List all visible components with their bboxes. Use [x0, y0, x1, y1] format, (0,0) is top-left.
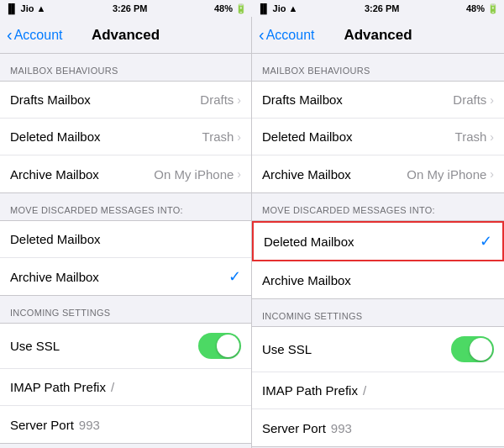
signal-icon-right: ▐▌: [257, 3, 270, 13]
incoming-settings-group-right: Use SSL IMAP Path Prefix / Server Port 9…: [252, 326, 504, 447]
drafts-value-right: Drafts: [453, 92, 486, 107]
time-right: 3:26 PM: [365, 3, 400, 13]
status-bar-right: ▐▌ Jio ▲ 3:26 PM 48% 🔋: [252, 0, 504, 17]
back-button-left[interactable]: ‹ Account: [7, 27, 62, 43]
nav-right: ‹ Account Advanced: [252, 17, 504, 53]
carrier-right: Jio: [273, 3, 286, 13]
section-header-mailbox-left: MAILBOX BEHAVIOURS: [0, 54, 251, 81]
deleted-checkmark-right: ✓: [480, 232, 492, 250]
archive-mailbox-row-right[interactable]: Archive Mailbox On My iPhone ›: [252, 155, 504, 192]
drafts-mailbox-row-right[interactable]: Drafts Mailbox Drafts ›: [252, 82, 504, 119]
server-port-row-left[interactable]: Server Port 993: [0, 406, 251, 443]
archive-discard-label-left: Archive Mailbox: [10, 270, 99, 284]
archive-checkmark-left: ✓: [228, 267, 241, 286]
battery-left: 48%: [214, 3, 233, 13]
panel-left: MAILBOX BEHAVIOURS Drafts Mailbox Drafts…: [0, 54, 252, 448]
deleted-chevron-left: ›: [237, 130, 241, 144]
drafts-label-right: Drafts Mailbox: [262, 92, 343, 107]
back-label-left: Account: [14, 28, 63, 43]
incoming-settings-group-left: Use SSL IMAP Path Prefix / Server Port 9…: [0, 323, 251, 444]
server-port-value-left: 993: [79, 418, 100, 432]
toggle-knob-left: [217, 335, 239, 357]
battery-icon-right: 🔋: [487, 3, 499, 14]
imap-label-container-left: IMAP Path Prefix /: [10, 380, 114, 394]
status-bar: ▐▌ Jio ▲ 3:26 PM 48% 🔋 ▐▌ Jio ▲ 3:26 PM …: [0, 0, 504, 17]
use-ssl-row-left[interactable]: Use SSL: [0, 324, 251, 369]
back-arrow-right: ‹: [259, 26, 265, 43]
use-ssl-label-left: Use SSL: [10, 339, 60, 353]
deleted-label-left: Deleted Mailbox: [10, 129, 101, 144]
archive-discard-label-right: Archive Mailbox: [262, 273, 351, 287]
section-header-incoming-left: INCOMING SETTINGS: [0, 296, 251, 323]
section-header-incoming-right: INCOMING SETTINGS: [252, 299, 504, 326]
archive-mailbox-row-left[interactable]: Archive Mailbox On My iPhone ›: [0, 155, 251, 192]
archive-value-container-right: On My iPhone ›: [407, 167, 494, 182]
server-port-label-left: Server Port: [10, 418, 74, 432]
use-ssl-row-right[interactable]: Use SSL: [252, 327, 504, 372]
archive-mailbox-discard-left[interactable]: Archive Mailbox ✓: [0, 258, 251, 295]
imap-value-right: /: [363, 383, 366, 398]
deleted-mailbox-discard-right[interactable]: Deleted Mailbox ✓: [252, 221, 504, 261]
archive-value-container-left: On My iPhone ›: [154, 167, 241, 182]
imap-value-left: /: [111, 380, 114, 394]
signal-icon: ▐▌: [5, 3, 18, 13]
main-content: MAILBOX BEHAVIOURS Drafts Mailbox Drafts…: [0, 54, 504, 448]
move-discarded-group-right: Deleted Mailbox ✓ Archive Mailbox: [252, 220, 504, 299]
imap-path-row-right[interactable]: IMAP Path Prefix /: [252, 372, 504, 409]
deleted-discard-label-left: Deleted Mailbox: [10, 232, 101, 246]
drafts-label-left: Drafts Mailbox: [10, 92, 91, 107]
mailbox-behaviours-group-left: Drafts Mailbox Drafts › Deleted Mailbox …: [0, 81, 251, 193]
imap-label-container-right: IMAP Path Prefix /: [262, 383, 366, 398]
server-port-row-right[interactable]: Server Port 993: [252, 409, 504, 446]
deleted-chevron-right: ›: [490, 130, 494, 144]
imap-path-row-left[interactable]: IMAP Path Prefix /: [0, 369, 251, 406]
server-port-container-left: Server Port 993: [10, 418, 100, 432]
status-right-icons-left: 48% 🔋: [214, 3, 247, 14]
drafts-chevron-left: ›: [237, 93, 241, 107]
deleted-value-right: Trash: [455, 129, 487, 144]
panel-right: MAILBOX BEHAVIOURS Drafts Mailbox Drafts…: [252, 54, 504, 448]
nav-left: ‹ Account Advanced: [0, 17, 252, 53]
carrier-left: Jio: [21, 3, 34, 13]
deleted-mailbox-row-right[interactable]: Deleted Mailbox Trash ›: [252, 119, 504, 155]
wifi-icon-right: ▲: [289, 3, 298, 13]
nav-title-left: Advanced: [92, 27, 160, 44]
drafts-mailbox-row-left[interactable]: Drafts Mailbox Drafts ›: [0, 82, 251, 119]
archive-chevron-left: ›: [237, 167, 241, 181]
server-port-value-right: 993: [331, 421, 352, 435]
archive-value-right: On My iPhone: [407, 167, 486, 182]
deleted-mailbox-row-left[interactable]: Deleted Mailbox Trash ›: [0, 119, 251, 155]
use-ssl-toggle-right[interactable]: [451, 336, 494, 362]
deleted-mailbox-discard-left[interactable]: Deleted Mailbox: [0, 221, 251, 258]
use-ssl-label-right: Use SSL: [262, 342, 312, 356]
back-button-right[interactable]: ‹ Account: [259, 27, 314, 43]
battery-right: 48%: [466, 3, 485, 13]
status-right-icons-right: 48% 🔋: [466, 3, 499, 14]
section-header-mailbox-right: MAILBOX BEHAVIOURS: [252, 54, 504, 81]
section-header-move-left: MOVE DISCARDED MESSAGES INTO:: [0, 193, 251, 220]
deleted-discard-label-right: Deleted Mailbox: [264, 235, 354, 249]
archive-mailbox-discard-right[interactable]: Archive Mailbox: [252, 261, 504, 298]
drafts-value-container-left: Drafts ›: [200, 92, 241, 107]
deleted-value-left: Trash: [202, 129, 234, 144]
wifi-icon-left: ▲: [37, 3, 46, 13]
deleted-value-container-left: Trash ›: [202, 129, 241, 144]
battery-icon-left: 🔋: [235, 3, 247, 14]
nav-title-right: Advanced: [344, 27, 412, 44]
section-header-smime-left: S/MIME: [0, 444, 251, 448]
status-right-carrier-icons: ▐▌ Jio ▲: [257, 3, 297, 13]
time-left: 3:26 PM: [113, 3, 148, 13]
drafts-value-container-right: Drafts ›: [453, 92, 494, 107]
screen-container: ▐▌ Jio ▲ 3:26 PM 48% 🔋 ▐▌ Jio ▲ 3:26 PM …: [0, 0, 504, 448]
drafts-value-left: Drafts: [200, 92, 234, 107]
archive-label-right: Archive Mailbox: [262, 167, 351, 182]
deleted-value-container-right: Trash ›: [455, 129, 494, 144]
imap-label-right: IMAP Path Prefix: [262, 383, 358, 398]
move-discarded-group-left: Deleted Mailbox Archive Mailbox ✓: [0, 220, 251, 296]
archive-chevron-right: ›: [490, 167, 494, 181]
back-label-right: Account: [266, 28, 315, 43]
toggle-knob-right: [470, 338, 492, 361]
use-ssl-toggle-left[interactable]: [198, 333, 241, 359]
server-port-container-right: Server Port 993: [262, 421, 352, 435]
nav-bar: ‹ Account Advanced ‹ Account Advanced: [0, 17, 504, 54]
